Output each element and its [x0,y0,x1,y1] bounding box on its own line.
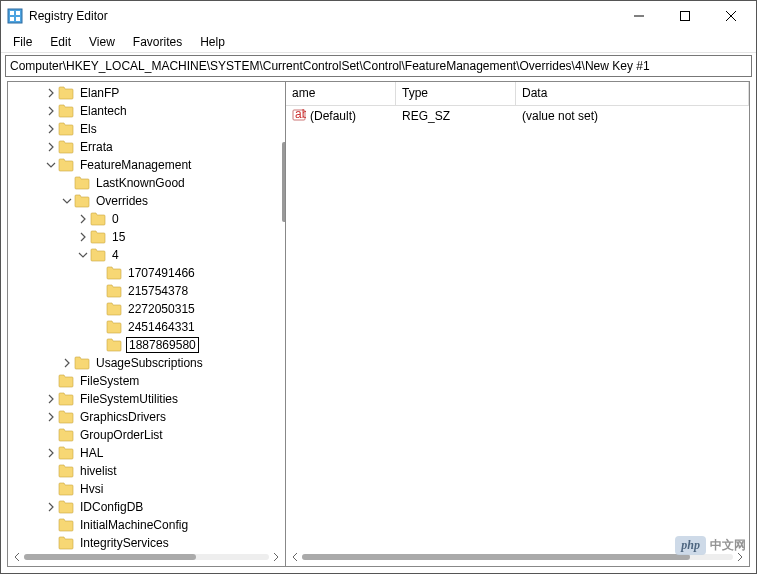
tree-item[interactable]: InitialMachineConfig [8,516,285,534]
window-title: Registry Editor [29,9,616,23]
scroll-thumb[interactable] [24,554,196,560]
tree-item-label: 2451464331 [126,320,197,334]
tree-item[interactable]: FileSystem [8,372,285,390]
address-bar[interactable]: Computer\HKEY_LOCAL_MACHINE\SYSTEM\Curre… [5,55,752,77]
tree-item-label: 4 [110,248,121,262]
column-type[interactable]: Type [396,82,516,105]
twisty-none [44,536,58,550]
twisty-none [92,266,106,280]
chevron-down-icon[interactable] [76,248,90,262]
tree-item-label: 0 [110,212,121,226]
value-name: (Default) [310,109,356,123]
tree-item[interactable]: HAL [8,444,285,462]
tree-item[interactable]: 215754378 [8,282,285,300]
folder-icon [58,374,74,388]
chevron-down-icon[interactable] [44,158,58,172]
tree-item[interactable]: FileSystemUtilities [8,390,285,408]
folder-icon [58,86,74,100]
tree-item[interactable]: Hvsi [8,480,285,498]
folder-icon [58,500,74,514]
watermark-text: 中文网 [710,537,746,554]
registry-tree[interactable]: ElanFPElantechElsErrataFeatureManagement… [8,82,285,550]
tree-item[interactable]: Elantech [8,102,285,120]
value-type: REG_SZ [396,109,516,123]
tree-item[interactable]: 1707491466 [8,264,285,282]
title-bar: Registry Editor [1,1,756,31]
svg-rect-2 [16,11,20,15]
folder-icon [58,446,74,460]
tree-item[interactable]: 1887869580 [8,336,285,354]
tree-item[interactable]: Els [8,120,285,138]
menu-file[interactable]: File [5,33,40,51]
chevron-right-icon[interactable] [44,446,58,460]
svg-rect-4 [16,17,20,21]
close-button[interactable] [708,1,754,31]
folder-icon [58,410,74,424]
tree-item[interactable]: 2272050315 [8,300,285,318]
minimize-button[interactable] [616,1,662,31]
tree-item[interactable]: 4 [8,246,285,264]
chevron-right-icon[interactable] [76,212,90,226]
tree-item[interactable]: UsageSubscriptions [8,354,285,372]
folder-icon [58,518,74,532]
tree-item[interactable]: Overrides [8,192,285,210]
tree-item-label: 1707491466 [126,266,197,280]
column-data[interactable]: Data [516,82,749,105]
folder-icon [90,230,106,244]
folder-icon [74,356,90,370]
tree-item-label: 1887869580 [126,337,199,353]
scroll-left-icon[interactable] [10,550,24,564]
twisty-none [92,338,106,352]
tree-item[interactable]: ElanFP [8,84,285,102]
tree-item-label: FileSystemUtilities [78,392,180,406]
chevron-right-icon[interactable] [44,500,58,514]
menu-favorites[interactable]: Favorites [125,33,190,51]
tree-item-label: GraphicsDrivers [78,410,168,424]
svg-rect-3 [10,17,14,21]
tree-hscrollbar[interactable] [10,550,283,564]
chevron-right-icon[interactable] [44,104,58,118]
tree-item[interactable]: Errata [8,138,285,156]
tree-item[interactable]: GraphicsDrivers [8,408,285,426]
tree-item-label: Hvsi [78,482,105,496]
tree-item-label: 2272050315 [126,302,197,316]
menu-help[interactable]: Help [192,33,233,51]
tree-item[interactable]: GroupOrderList [8,426,285,444]
chevron-right-icon[interactable] [60,356,74,370]
tree-item[interactable]: FeatureManagement [8,156,285,174]
twisty-none [92,302,106,316]
value-row[interactable]: ab (Default) REG_SZ (value not set) [286,106,749,126]
chevron-down-icon[interactable] [60,194,74,208]
tree-item[interactable]: 0 [8,210,285,228]
tree-item-label: Overrides [94,194,150,208]
twisty-none [44,428,58,442]
menu-edit[interactable]: Edit [42,33,79,51]
twisty-none [92,320,106,334]
tree-item[interactable]: IDConfigDB [8,498,285,516]
chevron-right-icon[interactable] [44,392,58,406]
column-name[interactable]: ame [286,82,396,105]
tree-item-label: FeatureManagement [78,158,193,172]
chevron-right-icon[interactable] [44,140,58,154]
tree-item-label: ElanFP [78,86,121,100]
tree-item[interactable]: 15 [8,228,285,246]
chevron-right-icon[interactable] [44,86,58,100]
scroll-thumb[interactable] [302,554,690,560]
maximize-button[interactable] [662,1,708,31]
chevron-right-icon[interactable] [76,230,90,244]
menu-view[interactable]: View [81,33,123,51]
folder-icon [58,536,74,550]
tree-item-label: Errata [78,140,115,154]
chevron-right-icon[interactable] [44,122,58,136]
scroll-left-icon[interactable] [288,550,302,564]
tree-item[interactable]: 2451464331 [8,318,285,336]
tree-item[interactable]: IntegrityServices [8,534,285,550]
string-value-icon: ab [292,108,306,125]
scroll-right-icon[interactable] [269,550,283,564]
address-text: Computer\HKEY_LOCAL_MACHINE\SYSTEM\Curre… [10,59,650,73]
watermark-logo: php [675,536,706,555]
tree-item[interactable]: LastKnownGood [8,174,285,192]
tree-item[interactable]: hivelist [8,462,285,480]
value-list[interactable]: ab (Default) REG_SZ (value not set) [286,106,749,566]
chevron-right-icon[interactable] [44,410,58,424]
